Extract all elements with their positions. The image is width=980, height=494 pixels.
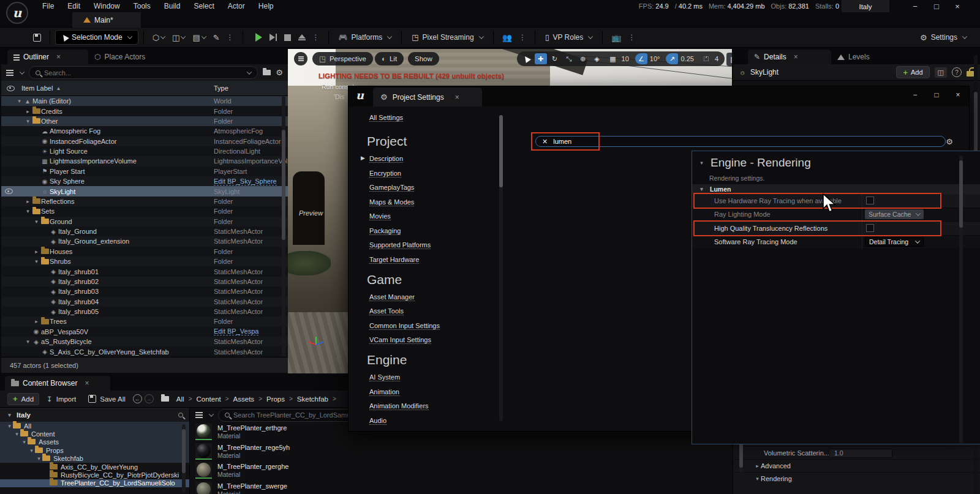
edit-blueprint-icon[interactable]: ◫ <box>935 67 947 78</box>
ps-nav-item[interactable]: Animation <box>369 388 520 396</box>
expander-icon[interactable]: ▾ <box>33 258 40 264</box>
cb-tree-row[interactable]: ▾Assets <box>0 438 189 446</box>
type-column[interactable]: Type <box>214 84 228 92</box>
ps-search-input[interactable]: ✕ lumen <box>535 136 946 147</box>
details-property-row[interactable]: ▸Advanced <box>733 459 980 472</box>
outliner-row[interactable]: ◉Sky SphereEdit BP_Sky_Sphere <box>1 176 288 186</box>
outliner-row[interactable]: ☼SkyLightSkyLight <box>1 186 288 196</box>
ps-close-button[interactable]: × <box>952 91 964 99</box>
show-dropdown[interactable]: Show <box>408 52 439 65</box>
stop-button[interactable] <box>281 34 295 41</box>
close-icon[interactable]: × <box>455 93 459 102</box>
expander-icon[interactable]: ▸ <box>33 249 40 255</box>
expander-icon[interactable]: ▾ <box>36 455 42 462</box>
breadcrumb-item[interactable]: All <box>176 395 184 403</box>
move-tool-button[interactable]: ✚ <box>535 53 547 64</box>
ps-nav-item[interactable]: Audio <box>369 417 520 425</box>
ps-content-scrollbar-thumb[interactable] <box>959 160 963 228</box>
add-actor-button[interactable]: ⬡ <box>149 33 168 42</box>
ps-nav-item[interactable]: Asset Manager <box>369 293 520 301</box>
viewport-maximize-button[interactable]: ▦ <box>726 53 732 66</box>
cb-filter-button[interactable] <box>195 411 203 419</box>
clear-search-icon[interactable]: ✕ <box>542 138 548 146</box>
world-space-toggle[interactable]: ⊕ <box>577 53 589 64</box>
ps-setting-row[interactable]: High Quality Translucency Reflections <box>692 222 980 236</box>
asset-row[interactable]: M_TreePlanter_rege5yhMaterial <box>190 442 732 462</box>
tab-content-browser[interactable]: Content Browser × <box>5 376 110 391</box>
cb-tree-row[interactable]: TreePlanter_CC_by_LordSamueliSolo <box>0 479 189 487</box>
outliner-row[interactable]: ▸ReflectionsFolder <box>1 196 288 206</box>
expander-icon[interactable]: ▾ <box>21 439 28 445</box>
ps-maximize-button[interactable]: □ <box>930 91 943 99</box>
asset-thumbnail[interactable] <box>195 443 212 460</box>
outliner-row[interactable]: ◈Italy_shrub01StaticMeshActor <box>1 266 288 276</box>
outliner-row[interactable]: ◈Italy_shrub05StaticMeshActor <box>1 307 288 316</box>
multi-user-button[interactable]: 👥 <box>499 33 516 42</box>
ps-nav-item[interactable]: AI System <box>369 373 520 381</box>
cb-tree-scrollbar-thumb[interactable] <box>182 429 186 473</box>
cb-import-button[interactable]: ↧Import <box>42 395 81 403</box>
edit-blueprint-link[interactable]: Edit BP_Sky_Sphere <box>214 178 277 185</box>
outliner-search-input[interactable]: Search... <box>29 66 258 79</box>
visibility-column-icon[interactable] <box>7 86 15 91</box>
camera-speed-button[interactable]: ⏍ <box>700 53 712 64</box>
ps-category-lumen[interactable]: ▾ Lumen <box>692 184 980 194</box>
menu-file[interactable]: File <box>36 2 61 10</box>
outliner-row[interactable]: ⚑Player StartPlayerStart <box>1 167 288 176</box>
search-icon[interactable] <box>178 413 183 417</box>
expander-icon[interactable]: ▸ <box>24 198 31 204</box>
breadcrumb-item[interactable]: Props <box>266 395 285 403</box>
cb-back-button[interactable]: ← <box>133 394 142 403</box>
ps-nav-scrollbar-thumb[interactable] <box>499 115 503 187</box>
expander-icon[interactable]: ▸ <box>754 463 761 469</box>
blueprints-button[interactable]: ◫ <box>168 33 189 42</box>
unreal-logo-icon[interactable]: u <box>6 2 28 24</box>
expander-icon[interactable]: ▾ <box>28 447 35 454</box>
save-current-button[interactable] <box>29 34 45 42</box>
expander-icon[interactable]: ▾ <box>13 431 20 437</box>
grid-snap-toggle[interactable]: ▦ <box>607 53 619 64</box>
viewport-menu-button[interactable] <box>294 52 307 65</box>
landscape-mode-button[interactable]: ✎ <box>209 33 224 42</box>
vp-roles-dropdown[interactable]: ▯VP Roles <box>540 33 597 42</box>
outliner-row[interactable]: ☀Light SourceDirectionalLight <box>1 146 288 156</box>
expander-icon[interactable]: ▾ <box>24 208 31 214</box>
details-property-row[interactable]: ▾Rendering <box>733 472 980 485</box>
scale-snap-value[interactable]: 0.25 <box>678 55 696 62</box>
ps-nav-item[interactable]: GameplayTags <box>369 184 520 192</box>
cb-tree-row[interactable]: ▾Props <box>0 446 189 454</box>
cinematics-button[interactable]: ▤ <box>189 33 209 42</box>
outliner-row[interactable]: ◈Italy_Ground_extensionStaticMeshActor <box>1 236 288 246</box>
level-tab-main[interactable]: Main* <box>72 12 141 28</box>
expander-icon[interactable]: ▸ <box>33 318 40 324</box>
outliner-row[interactable]: ◉aBP_Vespa50VEdit BP_Vespa <box>1 327 288 337</box>
selection-mode-dropdown[interactable]: Selection Mode <box>55 30 138 45</box>
ps-column-splitter[interactable] <box>862 194 862 249</box>
outliner-row[interactable]: ▾◈aS_RustyBicycleStaticMeshActor <box>1 337 288 346</box>
ps-nav-item[interactable]: Common Input Settings <box>369 322 520 330</box>
setting-checkbox[interactable] <box>866 224 874 232</box>
outliner-row[interactable]: ▾SetsFolder <box>1 206 288 216</box>
outliner-row[interactable]: ◉InstancedFoliageActorInstancedFoliageAc… <box>1 137 288 146</box>
menu-build[interactable]: Build <box>157 2 187 10</box>
ps-nav-item[interactable]: Animation Modifiers <box>369 402 520 410</box>
ps-content-scrollbar[interactable] <box>959 155 963 443</box>
outliner-row[interactable]: ▸HousesFolder <box>1 247 288 256</box>
visibility-eye-icon[interactable] <box>5 189 13 194</box>
add-component-button[interactable]: +Add <box>896 66 929 78</box>
all-settings-link[interactable]: All Settings <box>369 114 403 122</box>
maximize-button[interactable]: □ <box>930 0 943 12</box>
platforms-dropdown[interactable]: 🎮Platforms <box>334 33 397 42</box>
outliner-row[interactable]: ◈S_Axis_CC_by_OliverYeung_SketchfabStati… <box>1 346 288 356</box>
close-icon[interactable]: × <box>85 379 89 387</box>
lock-icon[interactable] <box>967 71 974 77</box>
camera-speed-value[interactable]: 4 <box>712 55 721 62</box>
expander-icon[interactable]: ▾ <box>16 98 23 104</box>
cb-tree-row[interactable]: ▾All <box>0 422 189 430</box>
select-tool-button[interactable] <box>521 53 533 64</box>
cb-tree-row[interactable]: ▾Sketchfab <box>0 455 189 463</box>
outliner-settings-button[interactable]: ⚙ <box>276 68 283 77</box>
setting-dropdown[interactable]: Detail Tracing <box>865 237 924 247</box>
virtual-camera-dots[interactable]: ⋮ <box>625 33 639 42</box>
ps-nav-item[interactable]: Packaging <box>369 227 520 235</box>
